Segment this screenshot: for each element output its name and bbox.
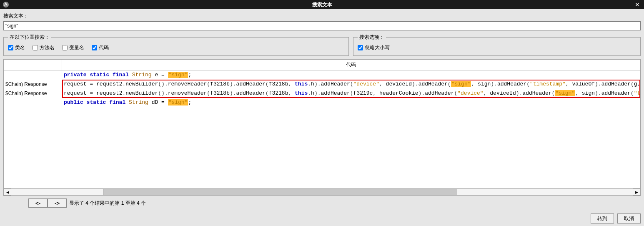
checkbox-variable-name[interactable]: 变量名 [62, 44, 84, 51]
scroll-thumb[interactable] [103, 189, 457, 195]
code-token: ; [188, 72, 191, 78]
checkbox-class-name-input[interactable] [8, 45, 13, 50]
code-row[interactable]: private static final String e = "sign"; [62, 70, 640, 80]
search-label: 搜索文本： [3, 13, 641, 20]
column-header-code[interactable]: 代码 [62, 60, 640, 70]
table-row[interactable]: $Chain) Response [4, 89, 62, 98]
code-token: private static final [64, 72, 132, 78]
code-row[interactable]: public static final String dD = "sign"; [62, 98, 640, 107]
checkbox-ignore-case-label: 忽略大小写 [365, 44, 390, 51]
code-row[interactable]: request = request2.newBuilder().removeHe… [62, 89, 640, 98]
titlebar: 搜索文本 ✕ [0, 0, 644, 9]
checkbox-ignore-case-input[interactable] [358, 45, 363, 50]
checkbox-class-name[interactable]: 类名 [8, 44, 25, 51]
checkbox-method-name-label: 方法名 [40, 44, 55, 51]
code-highlight: "sign" [168, 99, 188, 105]
code-token: String [132, 72, 152, 78]
table-row[interactable] [4, 70, 62, 80]
node-column-body: $Chain) Response $Chain) Response [4, 70, 62, 107]
checkbox-ignore-case[interactable]: 忽略大小写 [358, 44, 390, 51]
next-button[interactable]: -> [48, 198, 67, 208]
checkbox-code-input[interactable] [92, 45, 97, 50]
table-row[interactable] [4, 98, 62, 107]
checkbox-variable-name-label: 变量名 [69, 44, 84, 51]
cancel-button[interactable]: 取消 [617, 213, 641, 223]
search-options-legend: 搜索选项： [358, 34, 386, 41]
checkbox-code-label: 代码 [99, 44, 109, 51]
column-header-node[interactable] [4, 60, 62, 70]
code-token: e = [152, 72, 168, 78]
results-status: 显示了 4 个结果中的第 1 至第 4 个 [69, 200, 146, 207]
search-options-fieldset: 搜索选项： 忽略大小写 [353, 34, 641, 56]
scroll-left-icon[interactable]: ◀ [4, 188, 11, 196]
checkbox-class-name-label: 类名 [15, 44, 25, 51]
horizontal-scrollbar[interactable]: ◀ ▶ [4, 188, 640, 196]
close-icon[interactable]: ✕ [633, 1, 641, 8]
checkbox-code[interactable]: 代码 [92, 44, 109, 51]
code-token: public static final [64, 99, 129, 105]
table-row[interactable]: $Chain) Response [4, 80, 62, 89]
search-input[interactable] [3, 21, 641, 30]
checkbox-method-name[interactable]: 方法名 [33, 44, 55, 51]
code-row[interactable]: request = request2.newBuilder().removeHe… [62, 80, 640, 89]
goto-button[interactable]: 转到 [591, 213, 614, 223]
search-scope-legend: 在以下位置搜索： [8, 34, 51, 41]
checkbox-variable-name-input[interactable] [62, 45, 68, 50]
code-highlight: "sign" [168, 72, 188, 78]
app-icon [3, 1, 9, 8]
checkbox-method-name-input[interactable] [33, 45, 38, 50]
results-table: 代码 $Chain) Response $Chain) Response pri… [3, 59, 641, 196]
window-title: 搜索文本 [0, 1, 644, 8]
scroll-track[interactable] [11, 188, 633, 196]
code-column-body: private static final String e = "sign"; … [62, 70, 640, 107]
search-scope-fieldset: 在以下位置搜索： 类名 方法名 变量名 代码 [3, 34, 349, 56]
code-token: dD = [148, 99, 168, 105]
code-token: String [129, 99, 148, 105]
code-token: ; [188, 99, 191, 105]
prev-button[interactable]: <- [28, 198, 48, 208]
scroll-right-icon[interactable]: ▶ [633, 188, 640, 196]
